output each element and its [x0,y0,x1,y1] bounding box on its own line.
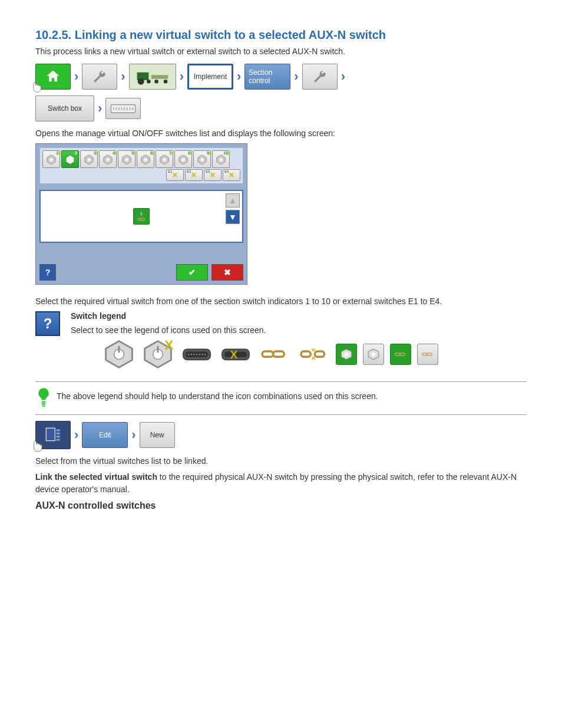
chevron-icon: › [131,427,135,443]
svg-rect-64 [42,406,45,407]
switch-4[interactable]: 4x [99,150,117,168]
help-button[interactable]: ? [39,264,56,281]
section-control-button[interactable]: Section control [244,64,290,90]
linked-switches-list: 1 ▲ ▼ [39,190,243,243]
chevron-icon: › [98,101,102,116]
hand-pointer-icon [28,77,44,94]
switch-9[interactable]: 9x [193,150,211,168]
confirm-button[interactable]: ✔ [176,264,208,281]
switch-1[interactable]: 1x [42,150,60,168]
chevron-icon: › [341,69,345,84]
switch-5[interactable]: 5x [118,150,135,168]
svg-point-49 [201,354,203,355]
intro-text: This process links a new virtual switch … [35,45,527,58]
switch-row-icon [110,102,137,116]
svg-rect-66 [56,429,59,431]
switch-management-screen: 1x 2 3x 4x 5x 6x 7x 8x 9x 10x E1✕ E2✕ E3… [35,143,247,285]
svg-point-59 [345,353,349,357]
svg-point-22 [106,158,109,161]
chevron-icon: › [121,69,125,84]
legend-box-green-link [390,344,411,365]
svg-rect-69 [56,439,59,440]
svg-point-1 [137,78,144,84]
svg-point-50 [204,354,206,355]
svg-point-61 [372,353,376,357]
legend-connector-icon [180,340,213,368]
implement-image-button[interactable] [129,64,176,90]
svg-text:X: X [164,338,173,353]
svg-point-28 [163,158,166,161]
ext-switch-e1[interactable]: E1✕ [166,169,184,181]
svg-point-47 [196,354,197,355]
legend-connector-x-icon: X [219,340,252,368]
legend-link-icon [258,340,291,368]
chevron-icon: › [237,69,241,84]
svg-point-24 [125,158,128,161]
nav-path-1b: Switch box › [35,95,527,121]
svg-point-4 [154,79,158,83]
help-legend-label: Switch legend [71,311,126,321]
new-button[interactable]: New [140,422,175,448]
switch-row: 1x 2 3x 4x 5x 6x 7x 8x 9x 10x [42,150,240,168]
svg-point-5 [163,79,167,83]
legend-box-gray-link [417,344,438,365]
svg-rect-63 [42,403,46,404]
settings-button-2[interactable] [302,64,338,90]
aux-list-button[interactable] [35,421,71,449]
chevron-icon: › [180,69,184,84]
switch-8[interactable]: 8x [174,150,192,168]
home-icon [45,68,61,85]
legend-toggle-off-x-icon: X [141,340,174,368]
ext-switch-e4[interactable]: E4✕ [223,169,240,181]
svg-rect-67 [56,433,59,434]
cancel-button[interactable]: ✖ [211,264,243,281]
svg-point-18 [68,158,71,161]
scroll-up-button[interactable]: ▲ [226,193,240,207]
chevron-icon: › [294,69,298,84]
tip-bulb-icon [35,387,52,410]
switch-10[interactable]: 10x [212,150,230,168]
ext-switch-e3[interactable]: E3✕ [204,169,222,181]
scroll-down-button[interactable]: ▼ [226,210,240,224]
path2-description: Select from the virtual switches list to… [35,455,527,467]
chain-link-icon [136,216,147,222]
switchbox-button[interactable]: Switch box [35,95,94,121]
switch-6[interactable]: 6x [137,150,154,168]
svg-point-34 [219,158,222,161]
svg-rect-3 [151,75,168,79]
switch-3[interactable]: 3x [80,150,98,168]
home-button[interactable] [35,64,71,90]
chapter-number: 10.2.5. [35,28,71,41]
implement-select-button[interactable]: Implement [187,64,233,90]
settings-button[interactable] [82,64,117,90]
svg-point-2 [147,79,151,83]
legend-box-gray-toggle [363,344,384,365]
hand-pointer-icon [28,436,45,453]
switch-7[interactable]: 7x [156,150,173,168]
device-button[interactable] [105,98,141,119]
edit-button[interactable]: Edit [82,422,128,448]
svg-point-26 [144,158,147,161]
svg-point-32 [200,158,203,161]
svg-rect-68 [56,436,59,437]
svg-text:X: X [230,348,238,361]
ext-switch-e2[interactable]: E2✕ [185,169,203,181]
chapter-title: Linking a new virtual switch to a select… [75,28,386,41]
svg-rect-6 [111,104,135,113]
svg-point-20 [87,158,90,161]
chevron-icon: › [74,427,78,443]
help-legend-button[interactable]: ? [35,311,60,336]
separator [35,381,527,382]
svg-rect-37 [118,346,120,353]
auxn-section-heading: AUX-N controlled switches [35,500,527,511]
svg-line-57 [313,357,315,360]
separator [35,414,527,415]
svg-point-46 [193,354,194,355]
instruction-select: Select the required virtual switch from … [35,295,527,308]
linked-switch-chip[interactable]: 1 [133,208,150,225]
svg-point-48 [199,354,200,355]
switch-2-selected[interactable]: 2 [61,150,79,168]
legend-icon-row: X X [103,340,527,368]
path1-description: Opens the manage virtual ON/OFF switches… [35,127,527,140]
svg-point-30 [181,158,184,161]
